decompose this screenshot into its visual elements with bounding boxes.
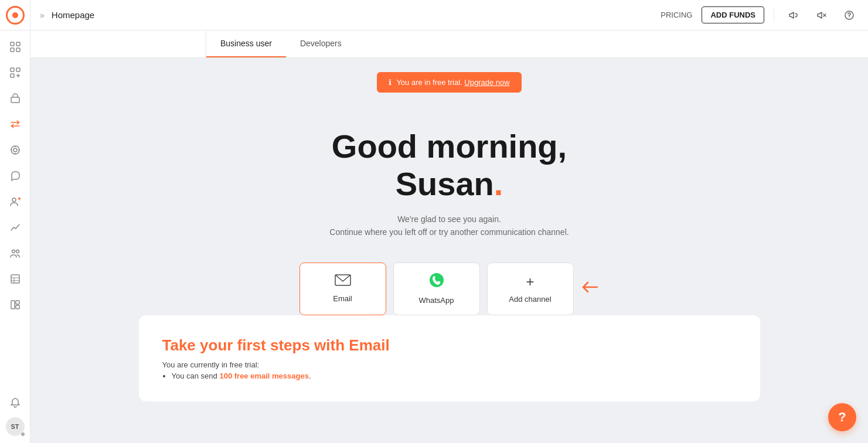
sidebar-logo[interactable] [0, 0, 30, 30]
svg-point-16 [12, 198, 16, 202]
sidebar: ST [0, 0, 30, 443]
grid-icon[interactable] [4, 35, 27, 59]
page-title: Homepage [52, 10, 653, 20]
add-grid-icon[interactable] [4, 61, 27, 84]
logo-circle [6, 6, 25, 25]
tab-bar: Business user Developers [30, 30, 868, 58]
add-channel-label: Add channel [509, 295, 551, 304]
table-icon[interactable] [4, 267, 27, 291]
notification-icon[interactable] [4, 391, 27, 415]
steps-section: Take your first steps with Email You are… [139, 315, 760, 401]
svg-rect-2 [11, 48, 14, 52]
add-channel-icon: + [526, 274, 534, 290]
svg-rect-27 [16, 305, 19, 309]
grid3-icon[interactable] [4, 293, 27, 316]
email-icon [335, 274, 351, 289]
nav-divider [774, 8, 774, 22]
svg-rect-26 [16, 301, 19, 304]
avatar-status-dot [21, 432, 25, 437]
hero-title: Good morning, Susan. [329, 128, 569, 203]
channel-arrow-icon [581, 280, 600, 298]
target-icon[interactable] [4, 138, 27, 162]
svg-point-33 [430, 273, 444, 287]
users-plus-icon[interactable] [4, 190, 27, 213]
svg-point-11 [13, 148, 17, 152]
svg-rect-5 [16, 68, 20, 71]
channel-card-whatsapp[interactable]: WhatsApp [393, 263, 480, 315]
page-content: ℹ You are in free trial. Upgrade now Goo… [30, 58, 868, 443]
channel-card-email[interactable]: Email [299, 263, 386, 315]
hero-section: Good morning, Susan. We're glad to see y… [329, 128, 569, 239]
avatar[interactable]: ST [6, 417, 25, 436]
pricing-link[interactable]: PRICING [661, 11, 692, 19]
hero-subtitle: We're glad to see you again. Continue wh… [329, 213, 569, 239]
tab-business-user[interactable]: Business user [206, 30, 286, 57]
nav-actions: PRICING ADD FUNDS [661, 6, 859, 25]
logo-inner [12, 12, 18, 18]
add-funds-button[interactable]: ADD FUNDS [702, 6, 764, 23]
svg-point-19 [12, 250, 15, 253]
exchange-icon[interactable] [4, 113, 27, 136]
svg-point-10 [11, 146, 19, 154]
svg-rect-9 [11, 97, 19, 103]
channel-card-add[interactable]: + Add channel [487, 263, 574, 315]
tab-developers[interactable]: Developers [286, 30, 356, 57]
free-trial-alert[interactable]: ℹ You are in free trial. Upgrade now [377, 72, 521, 93]
svg-rect-25 [11, 301, 15, 309]
sidebar-icons [4, 30, 27, 391]
shop-icon[interactable] [4, 87, 27, 110]
analytics-icon[interactable] [4, 216, 27, 239]
svg-rect-6 [11, 74, 14, 77]
steps-title: Take your first steps with Email [162, 336, 737, 355]
svg-rect-4 [11, 68, 14, 71]
main-content: » Homepage PRICING ADD FUNDS [30, 0, 868, 443]
tab-spacer [30, 30, 206, 57]
help-icon[interactable] [840, 6, 859, 25]
upgrade-link[interactable]: Upgrade now [464, 78, 509, 87]
svg-rect-0 [11, 42, 14, 46]
megaphone-icon[interactable] [784, 6, 802, 25]
email-label: Email [333, 294, 352, 303]
alert-text: You are in free trial. Upgrade now [396, 78, 509, 87]
whatsapp-icon [429, 272, 444, 291]
breadcrumb-chevron[interactable]: » [40, 11, 45, 20]
svg-point-31 [849, 17, 850, 18]
top-nav: » Homepage PRICING ADD FUNDS [30, 0, 868, 30]
audience-icon[interactable] [4, 241, 27, 265]
hero-dot: . [494, 165, 503, 202]
mute-icon[interactable] [812, 6, 830, 25]
svg-rect-21 [11, 275, 19, 283]
sidebar-bottom: ST [4, 391, 27, 443]
chat-icon[interactable] [4, 164, 27, 188]
channel-row: Email WhatsApp + Add channel [299, 263, 600, 315]
alert-icon: ℹ [389, 78, 392, 87]
whatsapp-label: WhatsApp [419, 296, 454, 305]
svg-point-20 [16, 250, 19, 253]
help-bubble[interactable]: ? [828, 403, 856, 431]
svg-rect-1 [16, 42, 20, 46]
steps-description: You are currently in free trial: You can… [162, 360, 737, 380]
svg-rect-3 [16, 48, 20, 52]
